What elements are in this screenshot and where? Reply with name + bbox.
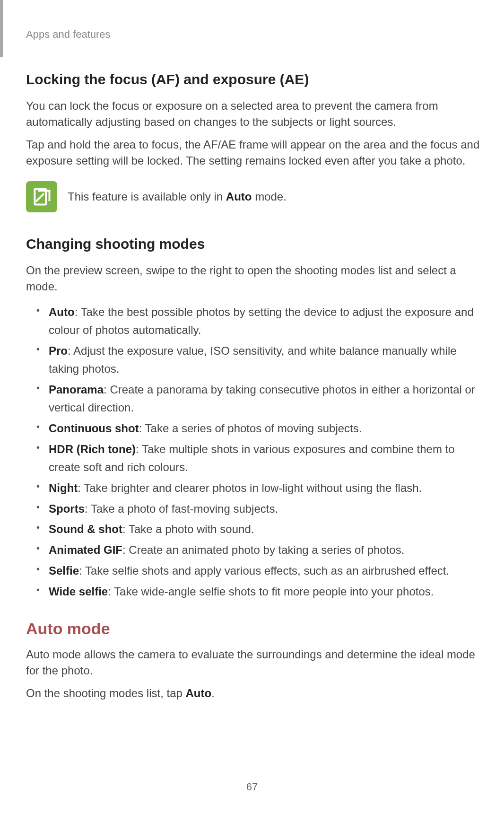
mode-label: Sports [49,502,85,515]
section-header-label: Apps and features [26,28,480,41]
page-number: 67 [0,781,504,793]
mode-label: Auto [49,306,75,318]
mode-desc: : Take a photo with sound. [122,523,254,535]
auto-paragraph-2: On the shooting modes list, tap Auto. [26,685,480,701]
lock-paragraph-2: Tap and hold the area to focus, the AF/A… [26,137,480,169]
note-suffix: mode. [252,190,287,203]
mode-label: Pro [49,344,68,357]
mode-label: HDR (Rich tone) [49,443,136,455]
mode-desc: : Take brighter and clearer photos in lo… [78,481,422,494]
mode-desc: : Take selfie shots and apply various ef… [79,564,449,577]
page-content: Apps and features Locking the focus (AF)… [0,0,504,813]
mode-desc: : Take wide-angle selfie shots to fit mo… [108,585,434,598]
note-callout: This feature is available only in Auto m… [26,181,480,212]
list-item: Sports: Take a photo of fast-moving subj… [26,500,480,518]
mode-label: Wide selfie [49,585,108,598]
modes-intro: On the preview screen, swipe to the righ… [26,262,480,295]
heading-changing-modes: Changing shooting modes [26,236,480,252]
mode-desc: : Take a series of photos of moving subj… [139,422,362,435]
list-item: Auto: Take the best possible photos by s… [26,303,480,339]
list-item: Sound & shot: Take a photo with sound. [26,520,480,538]
list-item: Selfie: Take selfie shots and apply vari… [26,562,480,580]
mode-label: Animated GIF [49,543,122,556]
mode-label: Night [49,481,78,494]
mode-desc: : Take a photo of fast-moving subjects. [85,502,278,515]
note-icon [26,181,57,212]
list-item: HDR (Rich tone): Take multiple shots in … [26,440,480,476]
list-item: Panorama: Create a panorama by taking co… [26,381,480,417]
mode-label: Sound & shot [49,523,122,535]
list-item: Night: Take brighter and clearer photos … [26,479,480,497]
mode-desc: : Create a panorama by taking consecutiv… [49,383,475,414]
note-bold: Auto [226,190,252,203]
mode-desc: : Adjust the exposure value, ISO sensiti… [49,344,457,375]
heading-lock-focus: Locking the focus (AF) and exposure (AE) [26,71,480,87]
mode-label: Continuous shot [49,422,139,435]
auto-p2-suffix: . [211,687,215,699]
list-item: Wide selfie: Take wide-angle selfie shot… [26,583,480,601]
auto-p2-bold: Auto [186,687,212,699]
list-item: Continuous shot: Take a series of photos… [26,420,480,437]
list-item: Pro: Adjust the exposure value, ISO sens… [26,342,480,378]
auto-p2-prefix: On the shooting modes list, tap [26,687,186,699]
list-item: Animated GIF: Create an animated photo b… [26,541,480,559]
mode-desc: : Create an animated photo by taking a s… [122,543,404,556]
heading-auto-mode: Auto mode [26,620,480,638]
lock-paragraph-1: You can lock the focus or exposure on a … [26,98,480,130]
mode-desc: : Take the best possible photos by setti… [49,306,474,336]
note-text: This feature is available only in Auto m… [68,190,287,203]
note-prefix: This feature is available only in [68,190,226,203]
mode-label: Selfie [49,564,79,577]
mode-label: Panorama [49,383,104,396]
auto-paragraph-1: Auto mode allows the camera to evaluate … [26,647,480,679]
modes-list: Auto: Take the best possible photos by s… [26,303,480,601]
